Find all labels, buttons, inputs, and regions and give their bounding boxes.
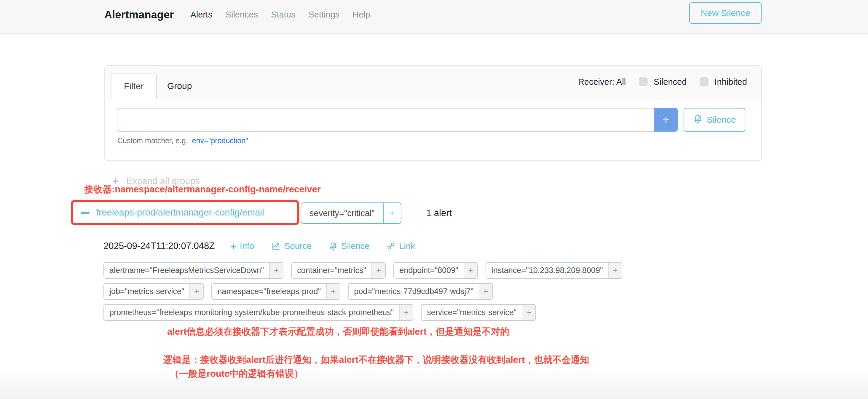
silenced-checkbox-label: Silenced bbox=[654, 77, 687, 87]
alert-link-button[interactable]: Link bbox=[386, 241, 415, 251]
nav-links: Alerts Silences Status Settings Help bbox=[190, 10, 370, 20]
nav-item-status[interactable]: Status bbox=[271, 10, 295, 20]
label-tag-namespace: namespace="freeleaps-prod" + bbox=[211, 283, 340, 300]
label-tag-text: pod="metrics-77d9cdb497-wdsj7" bbox=[349, 284, 479, 299]
alert-source-label: Source bbox=[284, 241, 312, 251]
alert-labels-row-2: job="metrics-service" + namespace="freel… bbox=[103, 283, 493, 300]
receiver-filter[interactable]: Receiver: All bbox=[578, 77, 626, 87]
collapse-minus-icon bbox=[81, 212, 90, 214]
alert-labels-row-3: prometheus="freeleaps-monitoring-system/… bbox=[103, 304, 536, 321]
label-tag-container: container="metrics" + bbox=[291, 262, 386, 279]
bell-slash-icon bbox=[329, 242, 338, 250]
annotation-receiver-format: 接收器:namespace/altermanager-config-name/r… bbox=[84, 183, 321, 196]
label-tag-alertname: alertname="FreeleapsMetricsServiceDown" … bbox=[103, 262, 283, 279]
tab-filter[interactable]: Filter bbox=[111, 73, 157, 99]
group-matcher-pill: severity="critical" + bbox=[301, 203, 401, 224]
label-tag-text: namespace="freeleaps-prod" bbox=[212, 284, 326, 299]
nav-item-silences[interactable]: Silences bbox=[226, 10, 258, 20]
alert-labels-row-1: alertname="FreeleapsMetricsServiceDown" … bbox=[103, 262, 622, 279]
nav-item-help[interactable]: Help bbox=[352, 10, 370, 20]
label-tag-text: instance="10.233.98.209:8009" bbox=[486, 263, 608, 278]
nav-item-settings[interactable]: Settings bbox=[308, 10, 339, 20]
alert-timestamp: 2025-09-24T11:20:07.048Z bbox=[103, 241, 215, 251]
label-tag-text: service="metrics-service" bbox=[422, 305, 522, 320]
alert-silence-button[interactable]: Silence bbox=[329, 241, 369, 251]
label-tag-prometheus: prometheus="freeleaps-monitoring-system/… bbox=[103, 304, 413, 321]
label-tag-text: prometheus="freeleaps-monitoring-system/… bbox=[104, 305, 399, 320]
annotation-config-success: alert信息必须在接收器下才表示配置成功，否则即使能看到alert，但是通知是… bbox=[167, 326, 509, 338]
silenced-checkbox-box[interactable] bbox=[639, 78, 648, 86]
filter-card: Filter Group Receiver: All Silenced Inhi… bbox=[104, 65, 762, 161]
plus-icon: + bbox=[230, 241, 236, 251]
inhibited-checkbox[interactable]: Inhibited bbox=[700, 77, 747, 87]
filter-header-right: Receiver: All Silenced Inhibited bbox=[578, 77, 747, 87]
label-tag-text: alertname="FreeleapsMetricsServiceDown" bbox=[104, 263, 269, 278]
label-add-filter-button[interactable]: + bbox=[399, 305, 413, 320]
label-add-filter-button[interactable]: + bbox=[371, 263, 385, 278]
alert-group-name[interactable]: freeleaps-prod/alertmanager-config/email bbox=[96, 207, 264, 218]
silence-from-filter-button[interactable]: Silence bbox=[684, 108, 745, 132]
label-add-filter-button[interactable]: + bbox=[189, 284, 203, 299]
inhibited-checkbox-label: Inhibited bbox=[714, 77, 747, 87]
label-add-filter-button[interactable]: + bbox=[522, 305, 535, 320]
matcher-example-link[interactable]: env="production" bbox=[192, 136, 248, 145]
label-add-filter-button[interactable]: + bbox=[269, 263, 283, 278]
app-brand[interactable]: Alertmanager bbox=[104, 9, 174, 21]
alert-count: 1 alert bbox=[426, 203, 452, 224]
group-matcher-add-button[interactable]: + bbox=[383, 203, 401, 223]
label-add-filter-button[interactable]: + bbox=[608, 263, 622, 278]
label-add-filter-button[interactable]: + bbox=[464, 263, 477, 278]
label-add-filter-button[interactable]: + bbox=[479, 284, 492, 299]
label-tag-endpoint: endpoint="8009" + bbox=[393, 262, 478, 279]
label-tag-text: job="metrics-service" bbox=[104, 284, 189, 299]
label-tag-instance: instance="10.233.98.209:8009" + bbox=[486, 262, 623, 279]
add-matcher-button[interactable]: + bbox=[654, 108, 678, 132]
matcher-helper: Custom matcher, e.g. env="production" bbox=[117, 136, 248, 145]
label-tag-pod: pod="metrics-77d9cdb497-wdsj7" + bbox=[348, 283, 493, 300]
new-silence-button[interactable]: New Silence bbox=[689, 2, 762, 24]
alertmanager-page: Alertmanager Alerts Silences Status Sett… bbox=[0, 0, 868, 399]
filter-card-header: Filter Group Receiver: All Silenced Inhi… bbox=[105, 66, 761, 98]
label-add-filter-button[interactable]: + bbox=[326, 284, 340, 299]
alert-info-label: Info bbox=[240, 241, 254, 251]
alert-info-button[interactable]: + Info bbox=[230, 241, 254, 251]
matcher-helper-text: Custom matcher, e.g. bbox=[117, 136, 188, 145]
label-tag-text: container="metrics" bbox=[292, 263, 371, 278]
nav-item-alerts[interactable]: Alerts bbox=[190, 10, 212, 20]
alert-group-toggle[interactable]: freeleaps-prod/alertmanager-config/email bbox=[71, 200, 299, 225]
chart-line-icon bbox=[271, 241, 281, 251]
label-tag-service: service="metrics-service" + bbox=[421, 304, 536, 321]
alert-silence-label: Silence bbox=[341, 241, 369, 251]
link-icon bbox=[386, 242, 396, 250]
alert-source-link[interactable]: Source bbox=[271, 241, 312, 251]
matcher-row: + Silence bbox=[117, 108, 745, 132]
tab-group[interactable]: Group bbox=[155, 73, 204, 99]
annotation-route-error: （一般是route中的逻辑有错误） bbox=[170, 368, 303, 380]
alert-header-row: 2025-09-24T11:20:07.048Z + Info Source bbox=[103, 241, 432, 251]
silence-button-label: Silence bbox=[707, 115, 736, 125]
label-tag-text: endpoint="8009" bbox=[394, 263, 464, 278]
matcher-input[interactable] bbox=[117, 108, 654, 132]
inhibited-checkbox-box[interactable] bbox=[700, 78, 709, 86]
group-matcher-label: severity="critical" bbox=[301, 203, 383, 223]
alert-link-label: Link bbox=[399, 241, 415, 251]
silenced-checkbox[interactable]: Silenced bbox=[639, 77, 687, 87]
bell-slash-icon bbox=[693, 114, 703, 126]
annotation-logic: 逻辑是：接收器收到alert后进行通知，如果alert不在接收器下，说明接收器没… bbox=[163, 354, 589, 366]
label-tag-job: job="metrics-service" + bbox=[103, 283, 204, 300]
bottom-fade bbox=[0, 366, 868, 399]
